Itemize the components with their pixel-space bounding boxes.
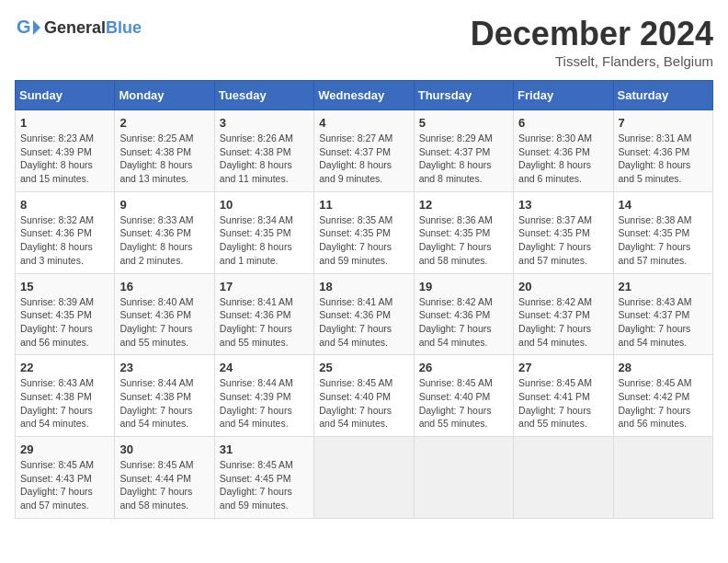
day-info: Sunrise: 8:44 AMSunset: 4:39 PMDaylight:… bbox=[220, 376, 309, 431]
day-number: 6 bbox=[518, 116, 608, 130]
day-cell: 24Sunrise: 8:44 AMSunset: 4:39 PMDayligh… bbox=[214, 355, 313, 437]
day-number: 25 bbox=[319, 361, 408, 374]
day-number: 11 bbox=[319, 198, 408, 212]
day-info: Sunrise: 8:35 AMSunset: 4:35 PMDaylight:… bbox=[319, 213, 408, 268]
day-number: 1 bbox=[20, 116, 109, 130]
logo: G GeneralBlue bbox=[15, 15, 142, 40]
day-cell: 27Sunrise: 8:45 AMSunset: 4:41 PMDayligh… bbox=[514, 355, 613, 437]
week-row-5: 29Sunrise: 8:45 AMSunset: 4:43 PMDayligh… bbox=[16, 437, 713, 519]
day-info: Sunrise: 8:34 AMSunset: 4:35 PMDaylight:… bbox=[220, 213, 309, 268]
location-title: Tisselt, Flanders, Belgium bbox=[471, 53, 713, 69]
day-cell: 2Sunrise: 8:25 AMSunset: 4:38 PMDaylight… bbox=[115, 110, 214, 192]
day-info: Sunrise: 8:45 AMSunset: 4:42 PMDaylight:… bbox=[619, 376, 708, 431]
day-cell bbox=[314, 437, 414, 519]
day-info: Sunrise: 8:23 AMSunset: 4:39 PMDaylight:… bbox=[20, 132, 109, 186]
day-info: Sunrise: 8:32 AMSunset: 4:36 PMDaylight:… bbox=[20, 213, 109, 268]
day-number: 28 bbox=[619, 361, 708, 374]
day-number: 3 bbox=[220, 116, 309, 130]
day-info: Sunrise: 8:40 AMSunset: 4:36 PMDaylight:… bbox=[119, 295, 209, 350]
day-number: 13 bbox=[518, 198, 608, 212]
month-title: December 2024 bbox=[471, 15, 713, 53]
day-cell bbox=[514, 437, 613, 519]
day-info: Sunrise: 8:41 AMSunset: 4:36 PMDaylight:… bbox=[220, 295, 309, 350]
day-number: 24 bbox=[220, 361, 309, 374]
day-cell: 20Sunrise: 8:42 AMSunset: 4:37 PMDayligh… bbox=[514, 273, 613, 355]
day-number: 23 bbox=[119, 361, 209, 374]
logo-icon: G bbox=[15, 15, 40, 40]
weekday-header-thursday: Thursday bbox=[414, 81, 513, 110]
logo-general-text: General bbox=[44, 18, 106, 37]
day-cell: 1Sunrise: 8:23 AMSunset: 4:39 PMDaylight… bbox=[16, 110, 115, 192]
day-cell: 17Sunrise: 8:41 AMSunset: 4:36 PMDayligh… bbox=[214, 273, 313, 355]
day-info: Sunrise: 8:39 AMSunset: 4:35 PMDaylight:… bbox=[20, 295, 109, 350]
day-info: Sunrise: 8:44 AMSunset: 4:38 PMDaylight:… bbox=[119, 376, 209, 431]
day-info: Sunrise: 8:43 AMSunset: 4:38 PMDaylight:… bbox=[20, 376, 109, 431]
day-number: 21 bbox=[619, 280, 708, 293]
day-cell: 7Sunrise: 8:31 AMSunset: 4:36 PMDaylight… bbox=[613, 110, 712, 192]
day-info: Sunrise: 8:29 AMSunset: 4:37 PMDaylight:… bbox=[419, 132, 508, 186]
day-number: 17 bbox=[220, 280, 309, 293]
day-cell: 18Sunrise: 8:41 AMSunset: 4:36 PMDayligh… bbox=[314, 273, 414, 355]
day-number: 26 bbox=[419, 361, 508, 374]
day-info: Sunrise: 8:37 AMSunset: 4:35 PMDaylight:… bbox=[518, 213, 608, 268]
day-info: Sunrise: 8:45 AMSunset: 4:40 PMDaylight:… bbox=[419, 376, 508, 431]
title-area: December 2024 Tisselt, Flanders, Belgium bbox=[471, 15, 713, 69]
day-number: 2 bbox=[119, 116, 209, 130]
day-info: Sunrise: 8:30 AMSunset: 4:36 PMDaylight:… bbox=[518, 132, 608, 186]
day-number: 10 bbox=[220, 198, 309, 212]
day-number: 18 bbox=[319, 280, 408, 293]
day-number: 12 bbox=[419, 198, 508, 212]
day-cell: 26Sunrise: 8:45 AMSunset: 4:40 PMDayligh… bbox=[414, 355, 513, 437]
day-cell bbox=[414, 437, 513, 519]
week-row-4: 22Sunrise: 8:43 AMSunset: 4:38 PMDayligh… bbox=[16, 355, 713, 437]
weekday-header-monday: Monday bbox=[115, 81, 214, 110]
day-number: 19 bbox=[419, 280, 508, 293]
weekday-header-row: SundayMondayTuesdayWednesdayThursdayFrid… bbox=[16, 81, 713, 110]
day-info: Sunrise: 8:45 AMSunset: 4:45 PMDaylight:… bbox=[220, 458, 309, 512]
day-number: 27 bbox=[518, 361, 608, 374]
day-info: Sunrise: 8:45 AMSunset: 4:43 PMDaylight:… bbox=[20, 458, 109, 512]
page-header: G GeneralBlue December 2024 Tisselt, Fla… bbox=[15, 15, 713, 69]
day-number: 9 bbox=[119, 198, 209, 212]
day-number: 31 bbox=[220, 442, 309, 456]
day-cell: 9Sunrise: 8:33 AMSunset: 4:36 PMDaylight… bbox=[115, 191, 214, 273]
day-info: Sunrise: 8:45 AMSunset: 4:44 PMDaylight:… bbox=[119, 458, 209, 512]
day-cell: 23Sunrise: 8:44 AMSunset: 4:38 PMDayligh… bbox=[115, 355, 214, 437]
day-info: Sunrise: 8:42 AMSunset: 4:37 PMDaylight:… bbox=[518, 295, 608, 350]
day-info: Sunrise: 8:26 AMSunset: 4:38 PMDaylight:… bbox=[220, 132, 309, 186]
day-cell bbox=[613, 437, 712, 519]
svg-text:G: G bbox=[17, 17, 31, 37]
day-cell: 28Sunrise: 8:45 AMSunset: 4:42 PMDayligh… bbox=[613, 355, 712, 437]
day-cell: 4Sunrise: 8:27 AMSunset: 4:37 PMDaylight… bbox=[314, 110, 414, 192]
day-cell: 11Sunrise: 8:35 AMSunset: 4:35 PMDayligh… bbox=[314, 191, 414, 273]
day-info: Sunrise: 8:45 AMSunset: 4:40 PMDaylight:… bbox=[319, 376, 408, 431]
day-number: 15 bbox=[20, 280, 109, 293]
day-cell: 10Sunrise: 8:34 AMSunset: 4:35 PMDayligh… bbox=[214, 191, 313, 273]
day-cell: 31Sunrise: 8:45 AMSunset: 4:45 PMDayligh… bbox=[214, 437, 313, 519]
day-number: 29 bbox=[20, 442, 109, 456]
logo-blue-text: Blue bbox=[106, 18, 142, 37]
day-cell: 30Sunrise: 8:45 AMSunset: 4:44 PMDayligh… bbox=[115, 437, 214, 519]
day-cell: 29Sunrise: 8:45 AMSunset: 4:43 PMDayligh… bbox=[16, 437, 115, 519]
svg-marker-1 bbox=[33, 20, 40, 35]
day-cell: 14Sunrise: 8:38 AMSunset: 4:35 PMDayligh… bbox=[613, 191, 712, 273]
day-cell: 12Sunrise: 8:36 AMSunset: 4:35 PMDayligh… bbox=[414, 191, 513, 273]
calendar-table: SundayMondayTuesdayWednesdayThursdayFrid… bbox=[15, 80, 713, 519]
day-info: Sunrise: 8:42 AMSunset: 4:36 PMDaylight:… bbox=[419, 295, 508, 350]
day-cell: 8Sunrise: 8:32 AMSunset: 4:36 PMDaylight… bbox=[16, 191, 115, 273]
weekday-header-saturday: Saturday bbox=[613, 81, 712, 110]
day-number: 20 bbox=[518, 280, 608, 293]
week-row-2: 8Sunrise: 8:32 AMSunset: 4:36 PMDaylight… bbox=[16, 191, 713, 273]
day-info: Sunrise: 8:41 AMSunset: 4:36 PMDaylight:… bbox=[319, 295, 408, 350]
day-cell: 13Sunrise: 8:37 AMSunset: 4:35 PMDayligh… bbox=[514, 191, 613, 273]
day-number: 14 bbox=[619, 198, 708, 212]
week-row-3: 15Sunrise: 8:39 AMSunset: 4:35 PMDayligh… bbox=[16, 273, 713, 355]
day-cell: 15Sunrise: 8:39 AMSunset: 4:35 PMDayligh… bbox=[16, 273, 115, 355]
day-info: Sunrise: 8:43 AMSunset: 4:37 PMDaylight:… bbox=[619, 295, 708, 350]
weekday-header-tuesday: Tuesday bbox=[214, 81, 313, 110]
day-cell: 25Sunrise: 8:45 AMSunset: 4:40 PMDayligh… bbox=[314, 355, 414, 437]
day-number: 7 bbox=[619, 116, 708, 130]
day-info: Sunrise: 8:45 AMSunset: 4:41 PMDaylight:… bbox=[518, 376, 608, 431]
day-info: Sunrise: 8:27 AMSunset: 4:37 PMDaylight:… bbox=[319, 132, 408, 186]
day-number: 4 bbox=[319, 116, 408, 130]
